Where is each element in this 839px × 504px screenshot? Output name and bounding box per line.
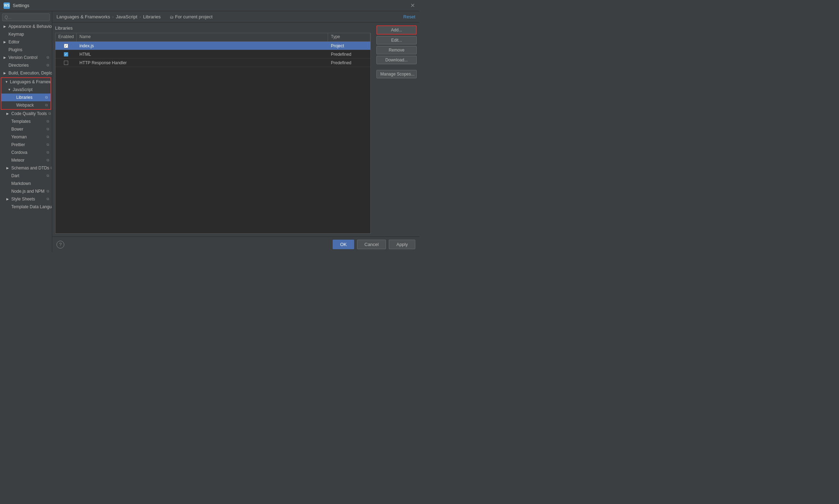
sidebar-item-nodejs-npm[interactable]: ▶ Node.js and NPM ⧉ <box>0 187 52 195</box>
sidebar-item-label: Webpack <box>16 103 34 108</box>
add-button[interactable]: Add... <box>376 25 417 35</box>
sidebar-item-label: Languages & Frameworks <box>10 79 50 84</box>
remove-button[interactable]: Remove <box>376 46 417 54</box>
sidebar-item-libraries[interactable]: ▶ Libraries ⧉ <box>1 94 50 101</box>
sidebar: ▶ Appearance & Behavior ⧉ ▶ Keymap ▶ Edi… <box>0 11 52 252</box>
sidebar-item-editor[interactable]: ▶ Editor <box>0 38 52 46</box>
edit-button[interactable]: Edit... <box>376 36 417 44</box>
checkbox-http[interactable] <box>64 61 68 65</box>
sidebar-item-label: Version Control <box>8 55 37 60</box>
sidebar-item-label: Editor <box>8 40 19 44</box>
sidebar-item-label: Bower <box>11 127 23 132</box>
sidebar-item-webpack[interactable]: ▶ Webpack ⧉ <box>1 101 50 109</box>
sidebar-item-label: Markdown <box>11 181 31 186</box>
cell-name: HTML <box>77 51 328 58</box>
sidebar-item-label: Yeoman <box>11 134 27 139</box>
close-button[interactable]: ✕ <box>410 3 416 8</box>
breadcrumb-javascript: JavaScript <box>116 14 137 19</box>
sidebar-item-plugins[interactable]: ▶ Plugins <box>0 46 52 54</box>
copy-icon: ⧉ <box>47 135 49 139</box>
panel-title: Libraries <box>55 25 371 31</box>
col-header-enabled: Enabled <box>55 33 77 41</box>
help-button[interactable]: ? <box>56 241 64 248</box>
sidebar-item-code-quality-tools[interactable]: ▶ Code Quality Tools ⧉ <box>0 110 52 118</box>
sidebar-item-keymap[interactable]: ▶ Keymap <box>0 30 52 38</box>
sidebar-item-label: JavaScript <box>13 87 32 92</box>
sidebar-item-label: Keymap <box>8 32 24 37</box>
arrow-icon: ▶ <box>6 166 10 170</box>
copy-icon: ⧉ <box>47 158 49 162</box>
copy-icon: ⧉ <box>48 112 51 116</box>
cell-type: Predefined <box>328 60 370 66</box>
sidebar-item-label: Code Quality Tools <box>11 111 47 116</box>
arrow-icon: ▶ <box>4 25 7 28</box>
sidebar-item-label: Plugins <box>8 47 22 52</box>
checkbox-html[interactable]: ✓ <box>64 52 68 56</box>
search-input[interactable] <box>2 13 50 21</box>
sidebar-item-directories[interactable]: ▶ Directories ⧉ <box>0 61 52 69</box>
sidebar-item-schemas-dtds[interactable]: ▶ Schemas and DTDs ⧉ <box>0 164 52 172</box>
copy-icon: ⧉ <box>47 55 49 60</box>
download-button[interactable]: Download... <box>376 56 417 64</box>
sidebar-item-label: Prettier <box>11 142 25 147</box>
sidebar-item-javascript[interactable]: ▼ JavaScript <box>1 86 50 94</box>
sidebar-item-version-control[interactable]: ▶ Version Control ⧉ <box>0 54 52 61</box>
right-panel: Languages & Frameworks › JavaScript › Li… <box>52 11 420 252</box>
arrow-icon: ▼ <box>5 80 8 84</box>
sidebar-item-label: Style Sheets <box>11 197 35 202</box>
sidebar-item-markdown[interactable]: ▶ Markdown <box>0 180 52 187</box>
sidebar-item-label: Schemas and DTDs <box>11 166 49 170</box>
action-buttons-panel: Add... Edit... Remove Download... Manage… <box>374 23 420 236</box>
copy-icon: ⧉ <box>47 119 49 124</box>
app-icon: WS <box>4 2 10 9</box>
copy-icon: ⧉ <box>47 174 49 178</box>
sidebar-item-templates[interactable]: ▶ Templates ⧉ <box>0 118 52 125</box>
manage-scopes-button[interactable]: Manage Scopes... <box>376 70 417 78</box>
table-row[interactable]: ✓ index.js Project <box>55 42 370 50</box>
cell-enabled[interactable]: ✓ <box>55 52 77 57</box>
copy-icon: ⧉ <box>45 103 48 107</box>
cell-name: HTTP Response Handler <box>77 60 328 66</box>
copy-icon: ⧉ <box>47 150 49 155</box>
cell-enabled[interactable] <box>55 60 77 66</box>
copy-icon: ⧉ <box>47 127 49 131</box>
sidebar-item-yeoman[interactable]: ▶ Yeoman ⧉ <box>0 133 52 141</box>
main-content: ▶ Appearance & Behavior ⧉ ▶ Keymap ▶ Edi… <box>0 11 420 252</box>
sidebar-item-languages-frameworks[interactable]: ▼ Languages & Frameworks <box>1 78 50 86</box>
copy-icon: ⧉ <box>50 166 52 170</box>
cell-enabled[interactable]: ✓ <box>55 43 77 49</box>
sidebar-item-bower[interactable]: ▶ Bower ⧉ <box>0 125 52 133</box>
sidebar-item-build-execution[interactable]: ▶ Build, Execution, Deployment <box>0 69 52 77</box>
sidebar-item-cordova[interactable]: ▶ Cordova ⧉ <box>0 149 52 156</box>
cell-type: Predefined <box>328 51 370 58</box>
sidebar-item-prettier[interactable]: ▶ Prettier ⧉ <box>0 141 52 149</box>
ok-button[interactable]: OK <box>333 240 354 249</box>
col-header-name: Name <box>77 33 328 41</box>
cancel-button[interactable]: Cancel <box>357 240 386 249</box>
copy-icon: ⧉ <box>47 143 49 147</box>
sidebar-item-style-sheets[interactable]: ▶ Style Sheets ⧉ <box>0 195 52 203</box>
copy-icon: ⧉ <box>47 63 49 67</box>
footer-right: OK Cancel Apply <box>333 240 415 249</box>
footer-left: ? <box>56 241 64 248</box>
sidebar-item-label: Dart <box>11 173 19 178</box>
breadcrumb-sep-2: › <box>139 14 141 19</box>
breadcrumb: Languages & Frameworks › JavaScript › Li… <box>56 14 213 19</box>
current-project-label: For current project <box>175 14 213 19</box>
sidebar-item-label: Libraries <box>16 95 32 100</box>
libraries-table: Enabled Name Type ✓ index.js Project <box>55 33 371 234</box>
arrow-icon: ▶ <box>4 71 7 75</box>
arrow-icon: ▶ <box>6 197 10 201</box>
table-row[interactable]: HTTP Response Handler Predefined <box>55 59 370 67</box>
project-icon: 🗂 <box>170 15 174 19</box>
sidebar-item-meteor[interactable]: ▶ Meteor ⧉ <box>0 156 52 164</box>
footer: ? OK Cancel Apply <box>52 236 420 252</box>
checkbox-indexjs[interactable]: ✓ <box>64 44 68 48</box>
breadcrumb-languages: Languages & Frameworks <box>56 14 110 19</box>
apply-button[interactable]: Apply <box>389 240 415 249</box>
sidebar-item-dart[interactable]: ▶ Dart ⧉ <box>0 172 52 180</box>
reset-button[interactable]: Reset <box>403 14 415 19</box>
table-row[interactable]: ✓ HTML Predefined <box>55 50 370 59</box>
sidebar-item-appearance-behavior[interactable]: ▶ Appearance & Behavior ⧉ <box>0 23 52 30</box>
sidebar-item-template-data-languages[interactable]: ▶ Template Data Languages ⧉ <box>0 203 52 211</box>
